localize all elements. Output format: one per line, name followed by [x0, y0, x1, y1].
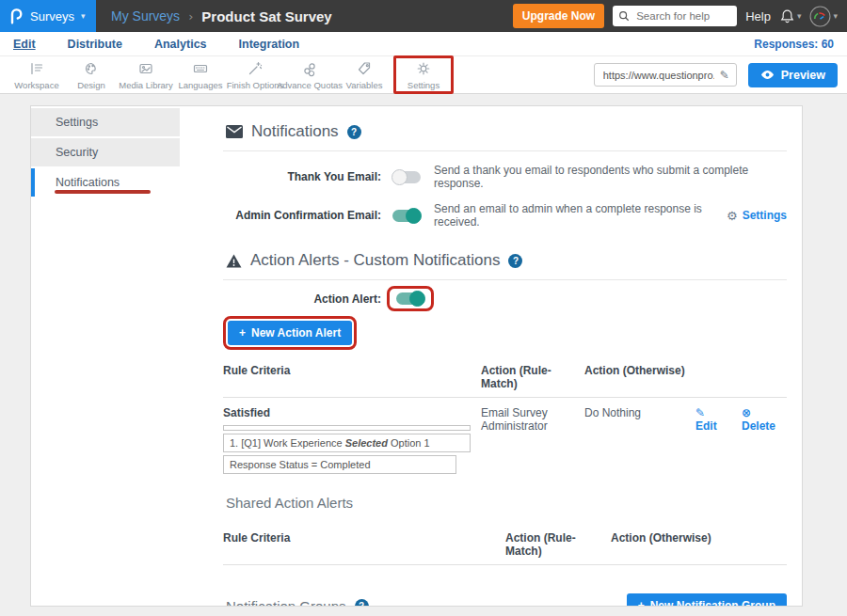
toolbar-right-group: ✎ Preview	[594, 63, 838, 87]
tag-icon	[356, 60, 373, 77]
account-menu[interactable]: ▾	[809, 6, 838, 27]
help-icon[interactable]: ?	[508, 254, 522, 268]
preview-button[interactable]: Preview	[748, 63, 838, 87]
new-action-alert-row: + New Action Alert	[223, 311, 787, 350]
admin-confirmation-email-toggle[interactable]	[392, 210, 421, 222]
toolbar-item-finish-options[interactable]: Finish Options	[228, 60, 282, 90]
rule-box-empty	[223, 425, 471, 431]
questionpro-logo-icon	[8, 7, 24, 25]
shared-alerts-table-header: Rule Criteria Action (Rule-Match) Action…	[223, 524, 787, 565]
sidebar-item-settings[interactable]: Settings	[31, 108, 180, 136]
help-link[interactable]: Help	[745, 9, 771, 24]
upgrade-now-button[interactable]: Upgrade Now	[513, 4, 604, 28]
rule-box-2: Response Status = Completed	[223, 455, 456, 474]
edit-label: Edit	[695, 419, 717, 433]
chevron-down-icon: ▾	[833, 11, 838, 21]
thank-you-email-label: Thank You Email:	[223, 170, 381, 183]
breadcrumb: My Surveys › Product Sat Survey	[111, 8, 332, 24]
workspace-icon	[28, 60, 45, 77]
survey-url-box: ✎	[594, 63, 737, 87]
action-alerts-table-header: Rule Criteria Action (Rule-Match) Action…	[223, 356, 787, 398]
content-background: Settings Security Notifications Notifica…	[0, 94, 847, 616]
rule-text: 1. [Q1] Work Experience	[230, 437, 345, 449]
help-search-input[interactable]	[634, 9, 731, 23]
edit-pencil-icon: ✎	[695, 406, 705, 419]
delete-alert-link[interactable]: ⊗ Delete	[742, 406, 787, 433]
toolbar-item-media-library[interactable]: Media Library	[119, 60, 173, 90]
warning-triangle-icon	[226, 254, 242, 268]
notification-groups-header: Notification Groups ? + New Notification…	[223, 593, 787, 607]
tab-integration[interactable]: Integration	[239, 38, 300, 51]
tab-edit[interactable]: Edit	[13, 38, 36, 51]
notifications-bell-menu[interactable]: ▾	[779, 8, 802, 24]
top-header-bar: Surveys ▾ My Surveys › Product Sat Surve…	[0, 0, 847, 32]
sidebar-item-label: Security	[56, 146, 98, 159]
sidebar-item-notifications[interactable]: Notifications	[31, 168, 180, 197]
shared-action-alerts-title: Shared Action Alerts	[223, 495, 787, 511]
avatar	[809, 6, 831, 27]
sidebar-item-security[interactable]: Security	[31, 138, 180, 166]
help-search-box[interactable]	[613, 6, 737, 26]
responses-count[interactable]: Responses: 60	[754, 38, 834, 51]
action-alert-toggle[interactable]	[396, 292, 424, 305]
delete-label: Delete	[742, 419, 775, 433]
toggle-knob	[392, 169, 408, 185]
toggle-knob	[409, 291, 425, 307]
toolbar-label: Variables	[346, 80, 383, 90]
linked-rings-icon	[301, 60, 318, 77]
gear-icon: ⚙	[727, 209, 738, 223]
new-action-alert-label: New Action Alert	[251, 326, 341, 340]
admin-confirmation-email-row: Admin Confirmation Email: Send an email …	[223, 202, 787, 229]
chevron-down-icon: ▾	[797, 11, 802, 21]
notifications-section-header: Notifications ?	[223, 120, 787, 143]
help-icon[interactable]: ?	[347, 125, 361, 139]
action-otherwise-cell: Do Nothing	[584, 406, 695, 474]
rule-operator: Selected	[345, 437, 388, 449]
notification-groups-title: Notification Groups	[226, 598, 346, 608]
action-alert-label: Action Alert:	[223, 292, 381, 306]
header-actions: Upgrade Now Help ▾ ▾	[513, 4, 847, 28]
admin-confirmation-email-description: Send an email to admin when a complete r…	[434, 202, 727, 229]
toolbar-label: Design	[77, 80, 105, 90]
toolbar-label: Media Library	[119, 80, 173, 90]
toolbar-label: Finish Options	[227, 80, 284, 90]
product-menu[interactable]: Surveys ▾	[0, 0, 96, 32]
section-title-action-alerts: Action Alerts - Custom Notifications	[250, 251, 500, 270]
action-alert-toggle-row: Action Alert:	[223, 286, 787, 311]
toolbar-item-design[interactable]: Design	[64, 60, 119, 90]
admin-email-settings-link[interactable]: Settings	[743, 209, 787, 222]
thank-you-email-toggle[interactable]	[392, 171, 421, 183]
breadcrumb-my-surveys[interactable]: My Surveys	[111, 8, 180, 24]
toolbar-item-advance-quotas[interactable]: Advance Quotas	[282, 60, 337, 90]
gear-icon	[415, 60, 432, 77]
column-action-rule-match: Action (Rule-Match)	[481, 364, 584, 390]
image-icon	[137, 60, 154, 77]
new-notification-group-label: New Notification Group	[650, 599, 775, 607]
survey-url-input[interactable]	[601, 69, 716, 82]
help-icon[interactable]: ?	[355, 599, 369, 608]
magic-wand-icon	[247, 60, 264, 77]
new-notification-group-button[interactable]: + New Notification Group	[627, 593, 787, 607]
column-action-otherwise: Action (Otherwise)	[611, 531, 787, 558]
settings-panel: Settings Security Notifications Notifica…	[30, 105, 803, 607]
action-alert-table-row: Satisfied 1. [Q1] Work Experience Select…	[223, 398, 787, 474]
delete-circle-icon: ⊗	[742, 406, 751, 419]
edit-toolbar: Workspace Design Media Library Languages…	[0, 56, 847, 94]
edit-alert-link[interactable]: ✎ Edit	[695, 406, 728, 433]
plus-icon: +	[239, 326, 246, 340]
action-rule-match-cell: Email Survey Administrator	[481, 406, 570, 474]
breadcrumb-separator: ›	[188, 9, 193, 24]
toolbar-item-variables[interactable]: Variables	[337, 60, 392, 90]
edit-url-icon[interactable]: ✎	[720, 69, 729, 82]
tab-distribute[interactable]: Distribute	[68, 38, 122, 51]
survey-nav: Edit Distribute Analytics Integration Re…	[0, 32, 847, 56]
red-underline-annotation	[55, 190, 151, 194]
toolbar-item-settings[interactable]: Settings	[396, 60, 451, 90]
toolbar-item-languages[interactable]: Languages	[173, 60, 228, 90]
envelope-icon	[226, 125, 243, 138]
toolbar-item-workspace[interactable]: Workspace	[9, 60, 64, 90]
toolbar-label: Settings	[408, 80, 439, 90]
new-action-alert-button[interactable]: + New Action Alert	[228, 321, 352, 345]
settings-highlight-annotation: Settings	[393, 55, 454, 94]
tab-analytics[interactable]: Analytics	[154, 38, 207, 51]
